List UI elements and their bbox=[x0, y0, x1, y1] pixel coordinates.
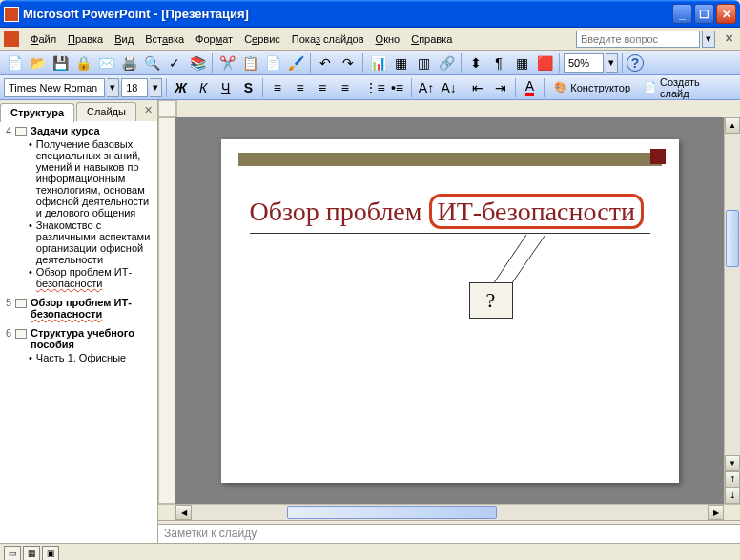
outline-close-button[interactable]: ✕ bbox=[138, 102, 158, 121]
research-icon[interactable]: 📚 bbox=[187, 52, 208, 73]
menu-справка[interactable]: Справка bbox=[405, 31, 458, 48]
table-icon[interactable]: ▦ bbox=[390, 52, 411, 73]
align-center-icon[interactable]: ≡ bbox=[290, 77, 311, 98]
new-icon[interactable]: 📄 bbox=[4, 52, 25, 73]
scroll-left-button[interactable]: ◀ bbox=[175, 505, 192, 520]
copy-icon[interactable]: 📋 bbox=[239, 52, 260, 73]
outline-bullet[interactable]: Обзор проблем ИТ-безопасности bbox=[29, 266, 155, 289]
font-dropdown[interactable]: ▾ bbox=[107, 78, 119, 97]
open-icon[interactable]: 📂 bbox=[27, 52, 48, 73]
bold-icon[interactable]: Ж bbox=[171, 77, 192, 98]
outline-slide[interactable]: 4Задачи курсаПолучение базовых специальн… bbox=[2, 125, 155, 289]
scroll-right-button[interactable]: ▶ bbox=[708, 505, 724, 520]
prev-slide-button[interactable]: ⤒ bbox=[725, 471, 740, 487]
bullets-icon[interactable]: •≡ bbox=[387, 77, 408, 98]
font-color-icon[interactable]: A bbox=[520, 77, 541, 98]
slideshow-view-button[interactable]: ▣ bbox=[42, 546, 59, 561]
hyperlink-icon[interactable]: 🔗 bbox=[436, 52, 457, 73]
vertical-scrollbar[interactable]: ▲ ▼ ⤒ ⤓ bbox=[724, 117, 740, 504]
outline-body[interactable]: 4Задачи курсаПолучение базовых специальн… bbox=[0, 121, 157, 543]
maximize-button[interactable]: ☐ bbox=[694, 4, 714, 24]
doc-close-button[interactable]: ✕ bbox=[721, 31, 736, 47]
callout-box[interactable]: ? bbox=[469, 282, 513, 319]
email-icon[interactable]: ✉️ bbox=[95, 52, 116, 73]
help-search-input[interactable] bbox=[576, 31, 700, 48]
designer-button[interactable]: 🎨 Конструктор bbox=[548, 77, 636, 98]
zoom-dropdown[interactable]: ▾ bbox=[606, 53, 618, 73]
new-slide-button[interactable]: 📄 Создать слайд bbox=[638, 77, 736, 98]
chart-icon[interactable]: 📊 bbox=[367, 52, 388, 73]
sorter-view-button[interactable]: ▦ bbox=[23, 546, 40, 561]
help-icon[interactable]: ? bbox=[627, 54, 644, 72]
normal-view-button[interactable]: ▭ bbox=[4, 546, 21, 561]
align-justify-icon[interactable]: ≡ bbox=[335, 77, 356, 98]
decrease-font-icon[interactable]: A↓ bbox=[439, 77, 460, 98]
tab-structure[interactable]: Структура bbox=[0, 103, 74, 122]
menu-файл[interactable]: Файл bbox=[25, 31, 62, 48]
underline-icon[interactable]: Ч bbox=[216, 77, 236, 98]
font-size-dropdown[interactable]: ▾ bbox=[150, 78, 162, 97]
menu-формат[interactable]: Формат bbox=[190, 31, 238, 48]
app-icon bbox=[4, 7, 19, 22]
horizontal-scrollbar[interactable]: ◀ ▶ bbox=[158, 504, 740, 520]
font-input[interactable]: Times New Roman bbox=[4, 78, 105, 97]
print-icon[interactable]: 🖨️ bbox=[118, 52, 139, 73]
italic-icon[interactable]: К bbox=[193, 77, 214, 98]
hscroll-thumb[interactable] bbox=[287, 506, 497, 519]
menu-вставка[interactable]: Вставка bbox=[139, 31, 190, 48]
decrease-indent-icon[interactable]: ⇤ bbox=[467, 77, 488, 98]
notes-pane[interactable]: Заметки к слайду bbox=[158, 524, 740, 543]
tab-slides[interactable]: Слайды bbox=[76, 102, 136, 121]
save-icon[interactable]: 💾 bbox=[50, 52, 71, 73]
menu-окно[interactable]: Окно bbox=[370, 31, 406, 48]
outline-bullet[interactable]: Получение базовых специальных знаний, ум… bbox=[29, 138, 155, 218]
permission-icon[interactable]: 🔒 bbox=[72, 52, 93, 73]
expand-all-icon[interactable]: ⬍ bbox=[465, 52, 486, 73]
ruler-vertical[interactable] bbox=[158, 117, 175, 504]
outline-bullet[interactable]: Часть 1. Офисные bbox=[29, 352, 155, 363]
slide[interactable]: Обзор проблем ИТ-безопасности ? bbox=[221, 139, 679, 483]
format-painter-icon[interactable]: 🖌️ bbox=[285, 52, 306, 73]
help-search-dropdown[interactable]: ▾ bbox=[702, 31, 715, 48]
scroll-up-button[interactable]: ▲ bbox=[725, 117, 740, 134]
outline-slide[interactable]: 6Структура учебного пособияЧасть 1. Офис… bbox=[2, 327, 155, 363]
cut-icon[interactable]: ✂️ bbox=[216, 52, 237, 73]
callout-shape[interactable]: ? bbox=[488, 235, 565, 292]
next-slide-button[interactable]: ⤓ bbox=[725, 487, 740, 504]
spellcheck-icon[interactable]: ✓ bbox=[164, 52, 185, 73]
zoom-input[interactable]: 50% bbox=[564, 53, 604, 73]
increase-indent-icon[interactable]: ⇥ bbox=[490, 77, 511, 98]
ruler-corner bbox=[158, 100, 175, 117]
ruler-horizontal[interactable]: 12108642024681012 bbox=[175, 100, 177, 117]
menu-сервис[interactable]: Сервис bbox=[238, 31, 286, 48]
outline-slide-num: 5 bbox=[2, 297, 11, 308]
increase-font-icon[interactable]: A↑ bbox=[416, 77, 437, 98]
numbering-icon[interactable]: ⋮≡ bbox=[364, 77, 385, 98]
paste-icon[interactable]: 📄 bbox=[262, 52, 283, 73]
tables-borders-icon[interactable]: ▥ bbox=[413, 52, 434, 73]
close-button[interactable]: ✕ bbox=[716, 4, 736, 24]
outline-bullet[interactable]: Знакомство с различными аспектами органи… bbox=[29, 219, 155, 265]
slide-decoration-bar bbox=[238, 153, 662, 166]
slide-canvas[interactable]: Обзор проблем ИТ-безопасности ? bbox=[175, 117, 724, 504]
align-right-icon[interactable]: ≡ bbox=[312, 77, 333, 98]
font-size-input[interactable]: 18 bbox=[121, 78, 148, 97]
redo-icon[interactable]: ↷ bbox=[338, 52, 359, 73]
grid-icon[interactable]: ▦ bbox=[511, 52, 532, 73]
slide-title-text-1: Обзор проблем bbox=[250, 197, 429, 226]
align-left-icon[interactable]: ≡ bbox=[267, 77, 288, 98]
menu-показ слайдов[interactable]: Показ слайдов bbox=[286, 31, 370, 48]
undo-icon[interactable]: ↶ bbox=[315, 52, 336, 73]
shadow-icon[interactable]: S bbox=[238, 77, 259, 98]
color-icon[interactable]: 🟥 bbox=[534, 52, 555, 73]
scroll-thumb[interactable] bbox=[726, 210, 739, 267]
scroll-down-button[interactable]: ▼ bbox=[725, 455, 740, 471]
titlebar: Microsoft PowerPoint - [Презентация] _ ☐… bbox=[0, 0, 740, 28]
preview-icon[interactable]: 🔍 bbox=[141, 52, 162, 73]
outline-slide[interactable]: 5Обзор проблем ИТ-безопасности bbox=[2, 297, 155, 320]
menu-правка[interactable]: Правка bbox=[62, 31, 109, 48]
show-formatting-icon[interactable]: ¶ bbox=[488, 52, 509, 73]
minimize-button[interactable]: _ bbox=[672, 4, 692, 24]
slide-title[interactable]: Обзор проблем ИТ-безопасности bbox=[250, 197, 650, 234]
menu-вид[interactable]: Вид bbox=[109, 31, 139, 48]
